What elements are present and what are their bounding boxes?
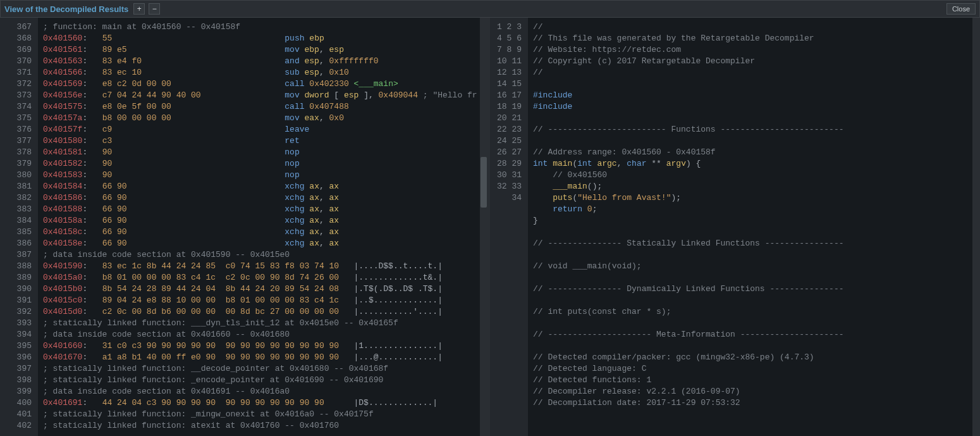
- disassembly-gutter: 367 368 369 370 371 372 373 374 375 376 …: [0, 18, 38, 436]
- disassembly-pane[interactable]: 367 368 369 370 371 372 373 374 375 376 …: [0, 18, 490, 436]
- split-panes: 367 368 369 370 371 372 373 374 375 376 …: [0, 18, 980, 436]
- right-scrollbar[interactable]: [972, 18, 980, 436]
- window-title: View of the Decompiled Results: [4, 4, 128, 14]
- decompiled-code[interactable]: // // This file was generated by the Ret…: [528, 18, 980, 436]
- left-scrollbar[interactable]: [480, 18, 487, 436]
- left-scrollbar-thumb[interactable]: [481, 157, 487, 208]
- disassembly-code[interactable]: ; function: main at 0x401560 -- 0x40158f…: [38, 18, 487, 436]
- close-button[interactable]: Close: [946, 3, 976, 15]
- zoom-out-button[interactable]: −: [149, 3, 160, 15]
- titlebar: View of the Decompiled Results + − Close: [0, 0, 980, 18]
- zoom-in-button[interactable]: +: [133, 3, 145, 15]
- decompiled-pane[interactable]: 1 2 3 4 5 6 7 8 9 10 11 12 13 14 15 16 1…: [490, 18, 980, 436]
- decompiled-gutter: 1 2 3 4 5 6 7 8 9 10 11 12 13 14 15 16 1…: [490, 18, 528, 436]
